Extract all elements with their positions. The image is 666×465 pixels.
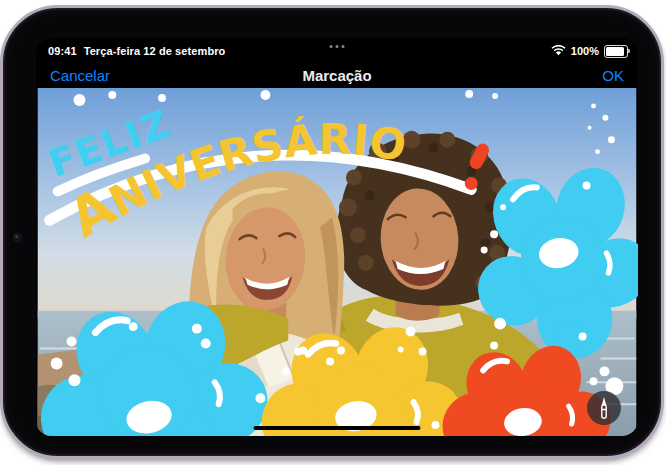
wifi-icon bbox=[551, 45, 566, 58]
markup-tools-button[interactable] bbox=[587, 391, 621, 425]
multitask-indicator[interactable] bbox=[330, 45, 345, 48]
ok-button[interactable]: OK bbox=[602, 67, 624, 84]
ipad-device-frame: 09:41 Terça-feira 12 de setembro 100% bbox=[0, 5, 664, 459]
screenshot-stage: 09:41 Terça-feira 12 de setembro 100% bbox=[0, 0, 666, 465]
markup-pen-icon bbox=[596, 396, 612, 420]
cancel-button[interactable]: Cancelar bbox=[50, 67, 110, 84]
status-bar: 09:41 Terça-feira 12 de setembro 100% bbox=[36, 38, 638, 62]
front-camera bbox=[12, 232, 23, 243]
markup-toolbar: Cancelar Marcação OK bbox=[36, 62, 638, 88]
home-indicator[interactable] bbox=[254, 426, 421, 430]
battery-icon bbox=[604, 45, 628, 58]
photo-scene: FELIZ ANIVERSÁRIO bbox=[36, 88, 638, 436]
clock: 09:41 bbox=[48, 45, 77, 57]
battery-percent: 100% bbox=[571, 45, 599, 57]
ipad-screen: 09:41 Terça-feira 12 de setembro 100% bbox=[36, 38, 638, 436]
page-title: Marcação bbox=[302, 67, 371, 84]
photo-canvas[interactable]: FELIZ ANIVERSÁRIO bbox=[36, 88, 638, 436]
date: Terça-feira 12 de setembro bbox=[84, 45, 226, 57]
